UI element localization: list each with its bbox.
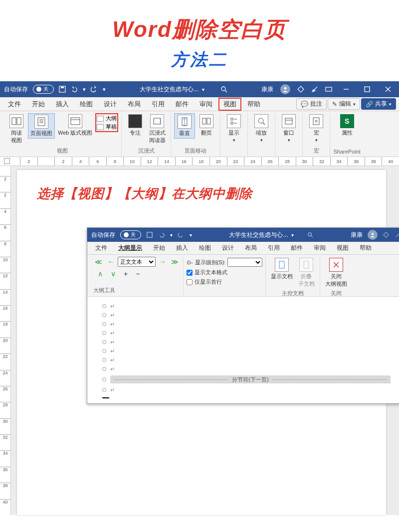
read-view-button[interactable]: 阅读 视图 <box>6 113 27 145</box>
tab-review[interactable]: 审阅 <box>195 98 217 111</box>
inner-tab-draw[interactable]: 绘图 <box>194 242 216 254</box>
close-group: 关闭 大纲视图 关闭 <box>320 257 352 296</box>
share-button[interactable]: 🔗共享▾ <box>361 98 396 110</box>
svg-rect-7 <box>365 87 370 92</box>
inner-tab-design[interactable]: 设计 <box>217 242 239 254</box>
undo-icon[interactable] <box>71 86 78 93</box>
user-avatar-icon[interactable] <box>280 84 290 94</box>
doc-title: 大学生社交焦虑与心... <box>140 85 199 94</box>
zoom-button[interactable]: 缩放▾ <box>251 113 272 144</box>
inner-diamond-icon[interactable] <box>383 231 390 238</box>
move-down-icon[interactable]: ∨ <box>109 270 117 278</box>
window-button[interactable]: 窗口▾ <box>278 113 299 144</box>
inner-tab-help[interactable]: 帮助 <box>355 242 377 254</box>
inner-save-icon[interactable] <box>146 231 153 238</box>
close-outline-button[interactable]: 关闭 大纲视图 <box>323 257 349 289</box>
web-view-button[interactable]: Web 版式视图 <box>56 113 94 138</box>
tab-view[interactable]: 视图 <box>218 98 241 111</box>
inner-brush-icon[interactable] <box>395 231 399 238</box>
collapse-sub-button[interactable]: 折叠 子文档 <box>296 257 317 289</box>
inner-tab-mailings[interactable]: 邮件 <box>286 242 308 254</box>
vertical-ruler: 2246810121416182022242628303234363840 <box>0 166 11 515</box>
promote-icon[interactable]: ← <box>106 258 116 266</box>
inner-tab-review[interactable]: 审阅 <box>309 242 331 254</box>
show-button[interactable]: 显示▾ <box>223 113 244 144</box>
show-doc-button[interactable]: 显示文档 <box>269 257 295 281</box>
inner-tab-insert[interactable]: 插入 <box>171 242 193 254</box>
collapse-icon[interactable]: − <box>134 270 141 278</box>
outline-bullet-icon <box>102 304 106 308</box>
demote-icon[interactable]: → <box>158 258 168 266</box>
svg-rect-32 <box>147 232 152 237</box>
svg-rect-23 <box>231 122 233 124</box>
draft-button[interactable]: 草稿 <box>97 123 117 131</box>
tab-layout[interactable]: 布局 <box>123 98 146 111</box>
section-break: 分节符(下一页) <box>110 375 391 383</box>
edit-button[interactable]: ✎编辑▾ <box>328 98 360 110</box>
level-select[interactable]: 正文文本 <box>118 257 156 267</box>
inner-tab-home[interactable]: 开始 <box>148 242 170 254</box>
inner-ribbon: ≪ ← 正文文本 → ≫ ∧ ∨ + − <box>87 255 399 297</box>
svg-rect-18 <box>154 118 161 124</box>
immersive-group: 专注 沉浸式 阅读器 沉浸式 <box>122 113 171 157</box>
page-move-group: 垂直 翻页 页面移动 <box>171 113 220 157</box>
inner-tab-references[interactable]: 引用 <box>263 242 285 254</box>
promote-double-icon[interactable]: ≪ <box>93 258 104 266</box>
page-view-button[interactable]: 页面视图 <box>28 113 55 139</box>
inner-autosave-toggle[interactable]: 关 <box>120 230 141 239</box>
show-level-select[interactable] <box>227 258 262 267</box>
tab-help[interactable]: 帮助 <box>242 98 265 111</box>
save-icon[interactable] <box>59 86 66 93</box>
show-firstline-checkbox[interactable] <box>187 279 193 285</box>
svg-line-34 <box>311 236 312 237</box>
inner-avatar-icon[interactable] <box>368 230 378 240</box>
inner-tab-view[interactable]: 视图 <box>332 242 354 254</box>
inner-undo-icon[interactable] <box>158 231 165 238</box>
svg-rect-21 <box>207 118 210 124</box>
outline-button[interactable]: 大纲 <box>97 115 117 122</box>
tab-design[interactable]: 设计 <box>99 98 122 111</box>
svg-rect-12 <box>38 118 45 126</box>
maximize-button[interactable] <box>360 82 374 96</box>
focus-button[interactable]: 专注 <box>125 113 146 138</box>
svg-rect-16 <box>71 118 80 125</box>
inner-redo-icon[interactable] <box>178 231 185 238</box>
search-icon[interactable] <box>220 86 227 93</box>
tab-insert[interactable]: 插入 <box>51 98 74 111</box>
outline-body[interactable]: ↵ ↵ ↵ ↵ ↵ ↵ ↵ ↵ 分节符(下一页) ↵ <box>87 297 399 403</box>
minimize-button[interactable] <box>339 82 353 96</box>
comment-button[interactable]: 💬批注 <box>296 98 327 110</box>
show-formatting-checkbox[interactable] <box>187 270 193 276</box>
expand-icon[interactable]: + <box>122 270 129 278</box>
diamond-icon[interactable] <box>297 86 304 93</box>
inner-tab-outline-display[interactable]: 大纲显示 <box>113 242 147 254</box>
move-up-icon[interactable]: ∧ <box>96 270 104 278</box>
autosave-toggle[interactable]: 关 <box>33 85 54 94</box>
master-doc-group: 显示文档 折叠 子文档 主控文档 <box>266 257 320 296</box>
vertical-button[interactable]: 垂直 <box>174 113 195 139</box>
macro-button[interactable]: 宏▾ <box>306 113 327 144</box>
inner-tab-layout[interactable]: 布局 <box>240 242 262 254</box>
tab-references[interactable]: 引用 <box>147 98 170 111</box>
ribbon-display-icon[interactable] <box>325 86 332 93</box>
zoom-group: 缩放▾ <box>248 113 275 157</box>
inner-search-icon[interactable] <box>307 231 314 238</box>
show-options-group: ⊙-显示级别(S): 显示文本格式 仅显示首行 <box>184 257 266 296</box>
tab-mailings[interactable]: 邮件 <box>171 98 194 111</box>
tab-home[interactable]: 开始 <box>27 98 50 111</box>
redo-icon[interactable] <box>91 86 98 93</box>
flip-button[interactable]: 翻页 <box>196 113 217 138</box>
tab-draw[interactable]: 绘图 <box>75 98 98 111</box>
svg-rect-11 <box>17 118 21 125</box>
svg-rect-37 <box>304 261 309 268</box>
properties-button[interactable]: S属性 <box>337 113 358 138</box>
inner-tab-file[interactable]: 文件 <box>90 242 112 254</box>
horizontal-ruler: 2246810121416182022242628303234363840 <box>0 157 399 166</box>
tab-file[interactable]: 文件 <box>3 98 26 111</box>
close-button[interactable] <box>381 82 395 96</box>
text-cursor <box>102 397 109 398</box>
immersive-reader-button[interactable]: 沉浸式 阅读器 <box>147 113 168 145</box>
brush-icon[interactable] <box>311 86 318 93</box>
svg-point-26 <box>258 118 263 123</box>
demote-double-icon[interactable]: ≫ <box>170 258 180 266</box>
